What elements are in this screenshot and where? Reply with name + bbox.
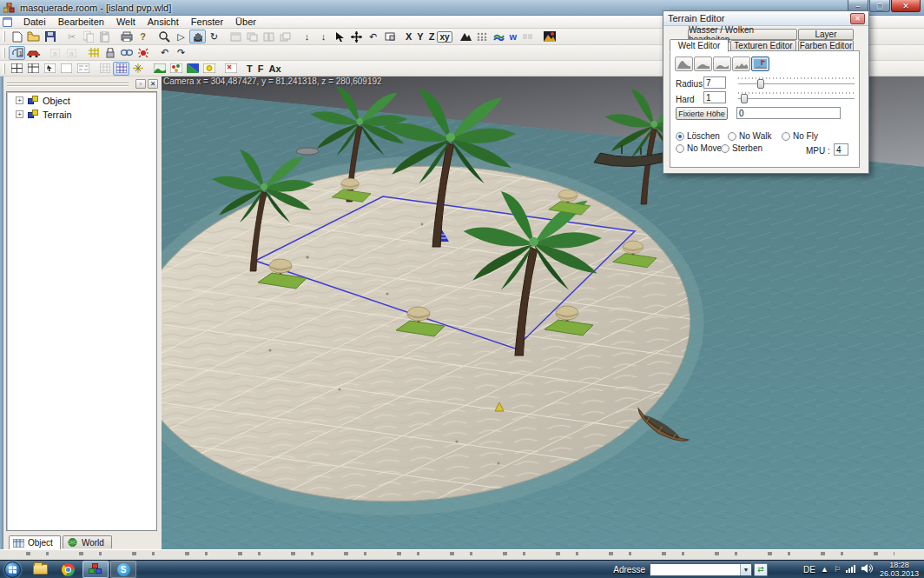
window-tile-icon[interactable] bbox=[261, 30, 277, 43]
drop-down-bold-icon[interactable]: ↓ bbox=[315, 30, 332, 43]
anchor-a1-icon[interactable]: a bbox=[47, 46, 63, 60]
expand-icon[interactable]: + bbox=[16, 110, 23, 118]
save-icon[interactable] bbox=[42, 30, 58, 43]
axis-x-button[interactable]: X bbox=[403, 31, 414, 42]
blank-view-icon[interactable] bbox=[58, 62, 75, 76]
frame-box-icon[interactable] bbox=[381, 30, 398, 43]
network-icon[interactable] bbox=[846, 564, 856, 575]
dropdown-arrow-icon[interactable]: ▼ bbox=[740, 564, 751, 575]
hard-input[interactable] bbox=[703, 91, 726, 103]
text-tool-button[interactable]: T bbox=[244, 63, 255, 74]
terrain-editor-titlebar[interactable]: Terrain Editor ✕ bbox=[663, 11, 868, 26]
quad-view-icon[interactable] bbox=[9, 62, 25, 76]
window-select-icon[interactable] bbox=[228, 30, 244, 43]
mini-text-icon[interactable] bbox=[75, 62, 91, 76]
tree-item-label[interactable]: Terrain bbox=[43, 110, 72, 120]
radio-no-move[interactable]: No Move bbox=[676, 143, 722, 153]
close-button[interactable]: ✕ bbox=[891, 0, 921, 12]
tree-item-label[interactable]: Object bbox=[43, 96, 70, 106]
fixed-height-input[interactable] bbox=[736, 107, 841, 119]
brush-peak-button[interactable] bbox=[675, 56, 693, 71]
quad-view-adjust-icon[interactable] bbox=[25, 62, 42, 76]
tab-welt-editor[interactable]: Welt Editor bbox=[670, 39, 729, 52]
undo-icon[interactable]: ↶ bbox=[156, 46, 173, 60]
pan-hand-icon[interactable] bbox=[189, 30, 206, 43]
drop-down-icon[interactable]: ↓ bbox=[299, 30, 315, 43]
panel-grip[interactable] bbox=[7, 81, 129, 87]
brush-flag-button[interactable] bbox=[751, 56, 769, 71]
brush-rough-button[interactable] bbox=[732, 56, 750, 71]
terrain-editor-panel[interactable]: Terrain Editor ✕ Wasser / Wolken bearbei… bbox=[663, 10, 869, 174]
tab-layer[interactable]: Layer bbox=[798, 29, 854, 40]
toolbar-grip[interactable] bbox=[3, 48, 5, 58]
axis-z-button[interactable]: Z bbox=[426, 31, 438, 42]
axis-tool-button[interactable]: Ax bbox=[266, 63, 283, 74]
address-input[interactable]: ▼ bbox=[650, 563, 752, 576]
fixed-height-button[interactable]: Fixierte Höhe bbox=[676, 107, 728, 120]
new-file-icon[interactable] bbox=[9, 30, 25, 43]
orbit-camera-icon[interactable]: ↻ bbox=[206, 30, 222, 43]
tree-item-object[interactable]: + Object bbox=[16, 95, 156, 106]
pointer-window-icon[interactable] bbox=[42, 62, 58, 76]
panel-float-button[interactable]: ▫ bbox=[135, 79, 146, 89]
expand-icon[interactable]: + bbox=[16, 96, 23, 104]
maximize-button[interactable]: ▢ bbox=[869, 0, 890, 12]
anchor-a2-icon[interactable]: a bbox=[63, 46, 80, 60]
light-mode-icon[interactable] bbox=[201, 62, 217, 76]
taskbar-skype-button[interactable]: S bbox=[110, 561, 136, 578]
fog-tool-button[interactable]: F bbox=[255, 63, 267, 74]
brush-mound-button[interactable] bbox=[694, 56, 712, 71]
tab-object[interactable]: Object bbox=[9, 535, 61, 549]
menu-fenster[interactable]: Fenster bbox=[185, 16, 229, 28]
axis-y-button[interactable]: Y bbox=[414, 31, 426, 42]
select-cursor-icon[interactable] bbox=[332, 30, 348, 43]
grid-axis-icon[interactable] bbox=[129, 62, 146, 76]
radio-no-walk[interactable]: No Walk bbox=[728, 131, 771, 141]
start-button[interactable] bbox=[4, 561, 21, 578]
tree-item-terrain[interactable]: + Terrain bbox=[16, 109, 156, 120]
cut-icon[interactable]: ✂ bbox=[63, 30, 80, 43]
print-icon[interactable] bbox=[118, 30, 135, 43]
taskbar-clock[interactable]: 18:28 26.03.2013 bbox=[880, 561, 919, 578]
window-cascade-icon[interactable] bbox=[277, 30, 294, 43]
panel-close-button[interactable]: ✕ bbox=[148, 79, 158, 89]
hard-slider-thumb[interactable] bbox=[741, 94, 748, 103]
go-refresh-button[interactable]: ⇄ bbox=[754, 563, 768, 576]
radius-slider-thumb[interactable] bbox=[757, 79, 764, 89]
play-icon[interactable]: ▷ bbox=[173, 30, 189, 43]
hard-slider[interactable] bbox=[738, 91, 855, 103]
document-icon[interactable] bbox=[3, 17, 12, 27]
mpu-input[interactable] bbox=[834, 143, 848, 156]
menu-welt[interactable]: Welt bbox=[110, 16, 142, 28]
undo-rotate-icon[interactable]: ↶ bbox=[365, 30, 381, 43]
bug-icon[interactable] bbox=[135, 46, 151, 60]
w-mode-button[interactable]: w bbox=[507, 31, 520, 42]
vertex-color-icon[interactable] bbox=[168, 62, 184, 76]
water-swirl-icon[interactable] bbox=[491, 30, 507, 43]
help-icon[interactable]: ? bbox=[135, 30, 151, 43]
panel-header[interactable]: ▫ ✕ bbox=[5, 79, 158, 90]
grid-off-icon[interactable] bbox=[96, 62, 113, 76]
radius-slider[interactable] bbox=[738, 76, 855, 89]
scene-tree[interactable]: + Object + Terrain bbox=[6, 91, 157, 531]
radio-no-fly[interactable]: No Fly bbox=[782, 131, 818, 141]
volume-icon[interactable] bbox=[861, 564, 873, 575]
toolbar-grip[interactable] bbox=[3, 31, 5, 42]
redo-icon[interactable]: ↷ bbox=[173, 46, 189, 60]
lock-icon[interactable] bbox=[102, 46, 118, 60]
window-move-icon[interactable] bbox=[244, 30, 261, 43]
tab-world[interactable]: World bbox=[63, 535, 112, 548]
texture-image-icon[interactable] bbox=[541, 30, 558, 43]
radio-sterben[interactable]: Sterben bbox=[721, 143, 762, 153]
axis-xy-button[interactable]: xy bbox=[437, 31, 452, 43]
taskbar-chrome-button[interactable] bbox=[55, 561, 81, 578]
menu-ueber[interactable]: Über bbox=[229, 16, 262, 28]
language-indicator[interactable]: DE bbox=[803, 565, 815, 575]
snap-grid-icon[interactable] bbox=[85, 46, 102, 60]
toolbar-grip[interactable] bbox=[3, 63, 5, 74]
move-cross-icon[interactable] bbox=[348, 30, 365, 43]
vertex-points-icon[interactable] bbox=[474, 30, 491, 43]
action-center-flag-icon[interactable]: ⚐ bbox=[834, 565, 841, 574]
brush-slope-button[interactable] bbox=[713, 56, 731, 71]
texture-mode-icon[interactable] bbox=[184, 62, 201, 76]
